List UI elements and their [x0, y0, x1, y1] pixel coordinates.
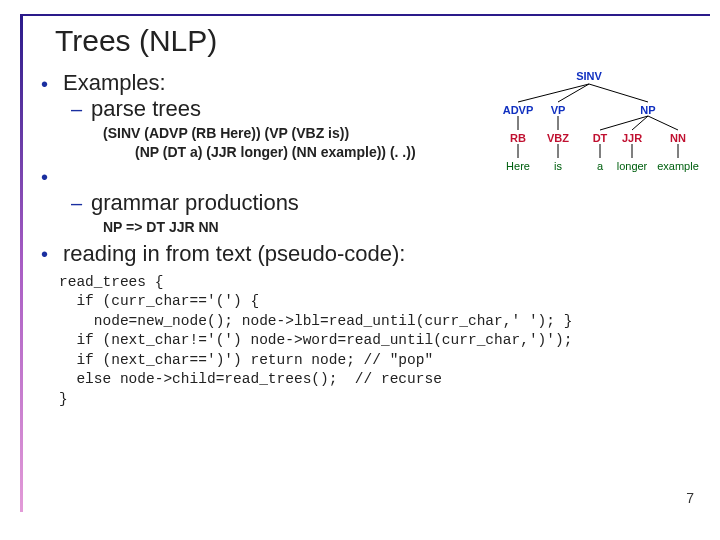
- tree-leaf-is: is: [554, 160, 562, 172]
- code-line: read_trees {: [59, 274, 163, 290]
- svg-line-7: [648, 116, 678, 130]
- code-line: else node->child=read_trees(); // recurs…: [59, 371, 442, 387]
- tree-leaf-here: Here: [506, 160, 530, 172]
- svg-line-1: [558, 84, 589, 102]
- code-line: if (next_char==')') return node; // "pop…: [59, 352, 433, 368]
- tree-leaf-longer: longer: [617, 160, 648, 172]
- tree-node-nn: NN: [670, 132, 686, 144]
- bullet-grammar-productions: grammar productions: [91, 190, 694, 216]
- code-line: if (next_char!='(') node->word=read_unti…: [59, 332, 572, 348]
- svg-line-0: [518, 84, 589, 102]
- pseudocode-block: read_trees { if (curr_char=='(') { node=…: [59, 273, 694, 410]
- content-area: SINV ADVP VP NP RB VBZ DT JJR NN Here is…: [55, 70, 694, 410]
- svg-line-2: [589, 84, 648, 102]
- slide-title: Trees (NLP): [55, 24, 694, 58]
- code-line: if (curr_char=='(') {: [59, 293, 259, 309]
- page-number: 7: [686, 490, 694, 506]
- code-line: node=new_node(); node->lbl=read_until(cu…: [59, 313, 572, 329]
- bullet-reading: reading in from text (pseudo-code):: [63, 241, 694, 267]
- tree-leaf-example: example: [657, 160, 699, 172]
- parse-tree-diagram: SINV ADVP VP NP RB VBZ DT JJR NN Here is…: [478, 66, 700, 178]
- slide-frame: Trees (NLP) SINV ADVP VP NP R: [20, 14, 710, 512]
- tree-node-vp: VP: [551, 104, 566, 116]
- tree-node-sinv: SINV: [576, 70, 602, 82]
- tree-node-advp: ADVP: [503, 104, 534, 116]
- svg-line-5: [600, 116, 648, 130]
- tree-node-jjr: JJR: [622, 132, 642, 144]
- code-line: }: [59, 391, 68, 407]
- grammar-rule: NP => DT JJR NN: [103, 218, 694, 237]
- tree-node-np: NP: [640, 104, 655, 116]
- tree-node-vbz: VBZ: [547, 132, 569, 144]
- tree-node-dt: DT: [593, 132, 608, 144]
- tree-node-rb: RB: [510, 132, 526, 144]
- tree-leaf-a: a: [597, 160, 604, 172]
